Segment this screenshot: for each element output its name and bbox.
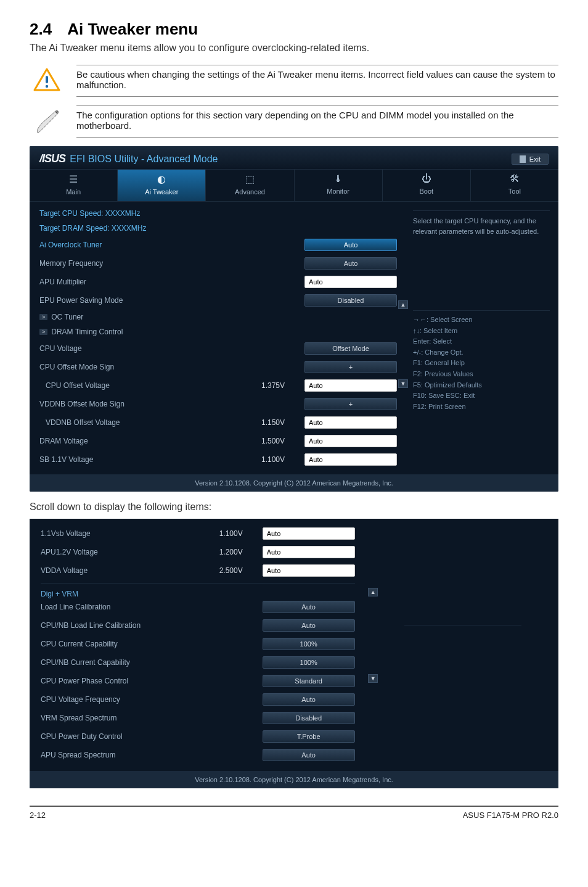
list-icon: ☰ — [30, 173, 117, 185]
bios-title: EFI BIOS Utility - Advanced Mode — [70, 154, 218, 164]
note-callout: The configuration options for this secti… — [30, 105, 558, 138]
vsb-reading: 1.100V — [213, 529, 263, 538]
chevron-right-icon: > — [39, 314, 47, 320]
cpu-vfreq-value[interactable]: Auto — [263, 693, 355, 706]
dram-timing-submenu[interactable]: > DRAM Timing Control — [39, 328, 397, 336]
cpu-offset-voltage-reading: 1.375V — [255, 381, 304, 390]
vdda-reading: 2.500V — [213, 566, 263, 575]
tool-icon: 🛠 — [471, 173, 558, 184]
footer-model: ASUS F1A75-M PRO R2.0 — [463, 811, 558, 820]
caution-icon — [31, 65, 63, 92]
cpunb-cap-label: CPU/NB Current Capability — [41, 658, 130, 667]
phase-label: CPU Power Phase Control — [41, 677, 128, 685]
phase-value[interactable]: Standard — [263, 675, 355, 687]
vddnb-offset-voltage-reading: 1.150V — [255, 418, 304, 427]
ai-overclock-tuner-value[interactable]: Auto — [304, 239, 397, 251]
tab-tool[interactable]: 🛠 Tool — [471, 170, 558, 201]
cpu-offset-sign-label: CPU Offset Mode Sign — [39, 363, 114, 371]
vdda-value[interactable]: Auto — [263, 564, 355, 577]
cpunb-cap-value[interactable]: 100% — [263, 656, 355, 669]
dram-voltage-value[interactable]: Auto — [304, 435, 397, 447]
cpu-vfreq-label: CPU Voltage Frequency — [41, 695, 120, 704]
section-heading: 2.4 Ai Tweaker menu — [30, 20, 558, 39]
cpunb-llc-label: CPU/NB Load Line Calibration — [41, 621, 141, 630]
apu12-reading: 1.200V — [213, 548, 263, 556]
apu12-label: APU1.2V Voltage — [41, 548, 213, 556]
cpu-cap-value[interactable]: 100% — [263, 638, 355, 650]
epu-power-saving-value[interactable]: Disabled — [304, 294, 397, 307]
gauge-icon: ◐ — [118, 173, 205, 185]
side-help-text: Select the target CPU frequency, and the… — [413, 210, 550, 236]
vddnb-offset-voltage-label: VDDNB Offset Voltage — [39, 418, 255, 427]
caution-callout: Be cautious when changing the settings o… — [30, 65, 558, 97]
duty-label: CPU Power Duty Control — [41, 732, 123, 741]
apu-multiplier-label: APU Multiplier — [39, 278, 86, 286]
vddnb-offset-sign-value[interactable]: + — [304, 398, 397, 410]
tab-monitor[interactable]: 🌡 Monitor — [295, 170, 383, 201]
target-dram-speed: Target DRAM Speed: XXXXMHz — [39, 224, 397, 233]
note-text: The configuration options for this secti… — [76, 106, 558, 137]
power-icon: ⏻ — [383, 173, 470, 184]
oc-tuner-submenu[interactable]: > OC Tuner — [39, 313, 397, 321]
memory-frequency-label: Memory Frequency — [39, 259, 103, 268]
cpu-voltage-label: CPU Voltage — [39, 344, 82, 353]
page-number: 2-12 — [30, 811, 46, 820]
epu-power-saving-label: EPU Power Saving Mode — [39, 296, 123, 305]
tab-advanced[interactable]: ⬚ Advanced — [206, 170, 294, 201]
apu-ss-value[interactable]: Auto — [263, 749, 355, 761]
duty-value[interactable]: T.Probe — [263, 730, 355, 743]
apu-multiplier-value[interactable]: Auto — [304, 276, 397, 288]
bios-tabs: ☰ Main ◐ Ai Tweaker ⬚ Advanced 🌡 Monitor… — [30, 169, 558, 202]
note-icon — [31, 105, 63, 135]
sb-11v-reading: 1.100V — [255, 455, 304, 464]
bios-side-panel: Select the target CPU frequency, and the… — [404, 202, 558, 474]
svg-rect-0 — [46, 76, 48, 83]
exit-label: Exit — [529, 155, 541, 163]
vrm-ss-label: VRM Spread Spectrum — [41, 714, 116, 722]
cpu-offset-sign-value[interactable]: + — [304, 361, 397, 373]
bios-logo: /ISUS — [39, 152, 65, 165]
thermometer-icon: 🌡 — [295, 173, 382, 184]
scroll-down-arrow-2[interactable]: ▼ — [368, 674, 378, 683]
llc-label: Load Line Calibration — [41, 603, 110, 611]
llc-value[interactable]: Auto — [263, 601, 355, 613]
cpu-offset-voltage-value[interactable]: Auto — [304, 379, 397, 392]
exit-icon — [520, 155, 526, 163]
caution-text: Be cautious when changing the settings o… — [76, 65, 558, 96]
vsb-value[interactable]: Auto — [263, 527, 355, 540]
page-footer: 2-12 ASUS F1A75-M PRO R2.0 — [30, 806, 558, 820]
apu12-value[interactable]: Auto — [263, 546, 355, 558]
bios-main-area: Target CPU Speed: XXXXMHz Target DRAM Sp… — [30, 202, 404, 474]
tab-ai-tweaker[interactable]: ◐ Ai Tweaker — [118, 170, 206, 201]
vrm-ss-value[interactable]: Disabled — [263, 712, 355, 724]
chevron-right-icon: > — [39, 329, 47, 335]
scroll-up-arrow-2[interactable]: ▲ — [368, 588, 378, 596]
chip-icon: ⬚ — [206, 173, 293, 185]
cpunb-llc-value[interactable]: Auto — [263, 619, 355, 632]
key-help: →←: Select Screen ↑↓: Select Item Enter:… — [413, 310, 550, 412]
cpu-offset-voltage-label: CPU Offset Voltage — [39, 381, 255, 390]
side-divider — [404, 625, 521, 625]
svg-point-1 — [46, 85, 48, 88]
vddnb-offset-voltage-value[interactable]: Auto — [304, 416, 397, 429]
sb-11v-value[interactable]: Auto — [304, 453, 397, 466]
dram-voltage-reading: 1.500V — [255, 437, 304, 445]
tab-boot[interactable]: ⏻ Boot — [383, 170, 471, 201]
bios-panel: /ISUS EFI BIOS Utility - Advanced Mode E… — [30, 146, 558, 492]
exit-button[interactable]: Exit — [512, 154, 549, 165]
memory-frequency-value[interactable]: Auto — [304, 257, 397, 270]
tab-main[interactable]: ☰ Main — [30, 170, 118, 201]
scroll-down-arrow[interactable]: ▼ — [398, 379, 408, 388]
intro-text: The Ai Tweaker menu items allow you to c… — [30, 43, 558, 54]
vsb-label: 1.1Vsb Voltage — [41, 529, 213, 538]
scroll-up-arrow[interactable]: ▲ — [398, 300, 408, 309]
vddnb-offset-sign-label: VDDNB Offset Mode Sign — [39, 400, 125, 408]
target-cpu-speed: Target CPU Speed: XXXXMHz — [39, 209, 397, 218]
ai-overclock-tuner-label: Ai Overclock Tuner — [39, 241, 102, 249]
bios-continued-panel: 1.1Vsb Voltage 1.100V Auto APU1.2V Volta… — [30, 519, 558, 788]
vdda-label: VDDA Voltage — [41, 566, 213, 575]
scroll-note: Scroll down to display the following ite… — [30, 501, 558, 513]
dram-voltage-label: DRAM Voltage — [39, 437, 255, 445]
bios-footer-2: Version 2.10.1208. Copyright (C) 2012 Am… — [30, 771, 558, 788]
cpu-voltage-value[interactable]: Offset Mode — [304, 342, 397, 355]
